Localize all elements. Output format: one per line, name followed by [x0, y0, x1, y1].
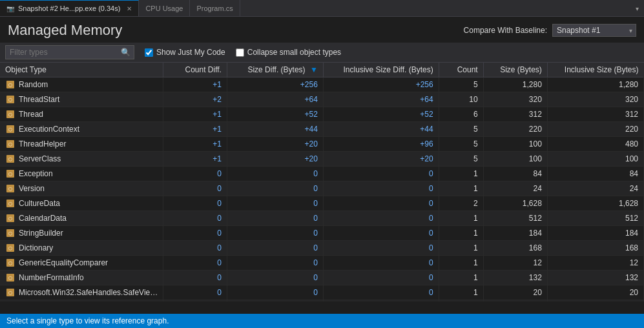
object-type-icon: ⬡: [5, 169, 16, 179]
table-cell: 0: [227, 300, 323, 302]
search-icon: 🔍: [121, 48, 130, 57]
table-body: ⬡ Random +1+256+25651,2801,280 ⬡ ThreadS…: [0, 77, 644, 302]
object-type-name: Microsoft.Win32.SafeHandles.SafeVie…: [19, 288, 158, 297]
object-type-name: Random: [19, 80, 48, 89]
table-row[interactable]: ⬡ Exception 00018484: [0, 167, 644, 181]
table-row[interactable]: ⬡ Dictionary 0001168168: [0, 241, 644, 256]
table-cell: 0: [227, 167, 323, 181]
table-row[interactable]: ⬡ Microsoft.Win32.SafeHandles.SafeFile 0…: [0, 300, 644, 302]
col-count[interactable]: Count: [439, 63, 483, 77]
table-row[interactable]: ⬡ ExecutionContext +1+44+445220220: [0, 122, 644, 137]
show-just-my-code-checkbox[interactable]: [145, 48, 153, 57]
table-cell: 0: [163, 300, 227, 302]
collapse-small-checkbox[interactable]: [236, 48, 244, 57]
table-row[interactable]: ⬡ NumberFormatInfo 0001132132: [0, 271, 644, 285]
table-row[interactable]: ⬡ ServerClass +1+20+205100100: [0, 152, 644, 167]
object-type-icon: ⬡: [5, 287, 16, 298]
table-cell: 480: [547, 137, 643, 152]
table-row[interactable]: ⬡ ThreadHelper +1+20+965100480: [0, 137, 644, 152]
object-type-name: ThreadHelper: [19, 139, 66, 149]
table-cell: 0: [163, 211, 227, 226]
table-cell: +52: [323, 107, 439, 122]
table-cell: 1: [439, 285, 483, 300]
table-cell: 312: [547, 107, 643, 122]
object-type-icon: ⬡: [5, 124, 16, 134]
compare-dropdown[interactable]: Snapshot #1: [552, 24, 636, 37]
object-type-icon: ⬡: [5, 198, 16, 209]
object-type-icon: ⬡: [5, 272, 16, 283]
table-cell: 0: [227, 211, 323, 226]
table-cell: 0: [163, 256, 227, 271]
svg-text:⬡: ⬡: [8, 231, 12, 236]
table-row[interactable]: ⬡ CalendarData 0001512512: [0, 211, 644, 226]
table-row[interactable]: ⬡ ThreadStart +2+64+6410320320: [0, 92, 644, 107]
table-cell: 320: [547, 92, 643, 107]
sort-arrow-icon: ▼: [310, 65, 318, 74]
table-cell: 0: [163, 241, 227, 256]
svg-text:⬡: ⬡: [8, 216, 12, 221]
table-cell: 320: [483, 92, 547, 107]
table-row[interactable]: ⬡ StringBuilder 0001184184: [0, 226, 644, 241]
table-row[interactable]: ⬡ Random +1+256+25651,2801,280: [0, 77, 644, 92]
table-cell: +96: [323, 137, 439, 152]
compare-dropdown-wrapper: Snapshot #1: [552, 24, 636, 37]
filter-input[interactable]: [5, 45, 134, 59]
object-type-name: GenericEqualityComparer: [19, 258, 108, 267]
tab-program[interactable]: Program.cs: [190, 0, 240, 16]
table-row[interactable]: ⬡ Thread +1+52+526312312: [0, 107, 644, 122]
table-cell: +1: [163, 122, 227, 137]
tab-overflow-icon[interactable]: ▾: [636, 5, 639, 12]
collapse-small-group[interactable]: Collapse small object types: [236, 48, 341, 57]
col-size[interactable]: Size (Bytes): [483, 63, 547, 77]
table-cell: 1: [439, 226, 483, 241]
table-row[interactable]: ⬡ GenericEqualityComparer 00011212: [0, 256, 644, 271]
table-cell: 0: [163, 271, 227, 285]
table-cell: 1,628: [547, 196, 643, 211]
col-inclusive-size[interactable]: Inclusive Size (Bytes): [547, 63, 643, 77]
svg-text:⬡: ⬡: [8, 201, 12, 206]
table-cell: 20: [547, 285, 643, 300]
table-cell: 5: [439, 152, 483, 167]
page-title-bar: Managed Memory Compare With Baseline: Sn…: [0, 17, 644, 43]
tab-bar: 📷 Snapshot #2 He...pp.exe (0.34s) ✕ CPU …: [0, 0, 644, 17]
object-type-name: NumberFormatInfo: [19, 273, 84, 282]
tab-snapshot2-close[interactable]: ✕: [127, 5, 132, 12]
table-cell: 220: [483, 122, 547, 137]
table-cell: +44: [227, 122, 323, 137]
table-cell: +44: [323, 122, 439, 137]
table-cell: 1: [439, 256, 483, 271]
col-inclusive-size-diff[interactable]: Inclusive Size Diff. (Bytes): [323, 63, 439, 77]
table-cell: 1,628: [483, 196, 547, 211]
table-cell: 5: [439, 77, 483, 92]
table-cell: +52: [227, 107, 323, 122]
svg-text:⬡: ⬡: [8, 276, 12, 280]
table-cell: 0: [323, 271, 439, 285]
object-type-icon: ⬡: [5, 94, 16, 105]
table-cell: 5: [439, 137, 483, 152]
table-cell: 0: [323, 167, 439, 181]
table-cell: 0: [323, 196, 439, 211]
table-row[interactable]: ⬡ Microsoft.Win32.SafeHandles.SafeVie… 0…: [0, 285, 644, 300]
svg-text:⬡: ⬡: [8, 291, 12, 295]
show-just-my-code-group[interactable]: Show Just My Code: [145, 48, 225, 57]
table-row[interactable]: ⬡ Version 00012424: [0, 181, 644, 196]
table-cell: 220: [547, 122, 643, 137]
table-cell: +2: [163, 92, 227, 107]
tab-snapshot2[interactable]: 📷 Snapshot #2 He...pp.exe (0.34s) ✕: [0, 0, 139, 16]
toolbar: 🔍 Show Just My Code Collapse small objec…: [0, 43, 644, 63]
tab-cpu[interactable]: CPU Usage: [139, 0, 190, 16]
col-count-diff[interactable]: Count Diff.: [163, 63, 227, 77]
col-object-type[interactable]: Object Type: [0, 63, 163, 77]
table-cell: +1: [163, 152, 227, 167]
object-type-name: Exception: [19, 169, 53, 178]
object-type-name: StringBuilder: [19, 229, 63, 238]
object-type-icon: ⬡: [5, 258, 16, 268]
table-cell: 100: [483, 152, 547, 167]
svg-text:⬡: ⬡: [8, 142, 12, 147]
table-container[interactable]: Object Type Count Diff. Size Diff. (Byte…: [0, 63, 644, 302]
object-type-icon: ⬡: [5, 139, 16, 149]
table-row[interactable]: ⬡ CultureData 00021,6281,628: [0, 196, 644, 211]
table-cell: 0: [323, 285, 439, 300]
col-size-diff[interactable]: Size Diff. (Bytes) ▼: [227, 63, 323, 77]
status-text: Select a single type to view its referen…: [6, 316, 169, 325]
